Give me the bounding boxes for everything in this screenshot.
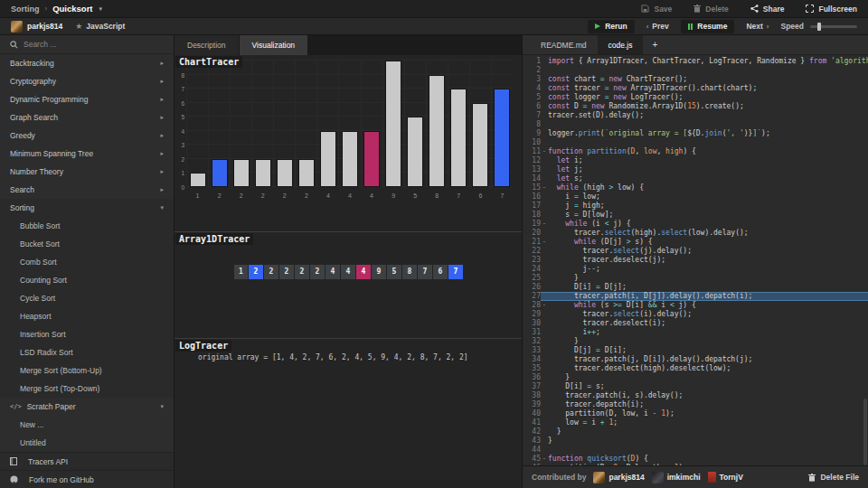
fold-marker[interactable]: - [541,455,548,464]
sidebar-item-new[interactable]: New ... [0,416,174,434]
tab-description[interactable]: Description [175,35,239,55]
code-line[interactable]: 45-function quicksort(D) { [523,455,868,464]
sidebar-item-number-theory[interactable]: Number Theory▸ [0,163,174,181]
sidebar-item-search[interactable]: Search▸ [0,181,174,199]
sidebar-item-insertion-sort[interactable]: Insertion Sort [0,325,174,343]
sidebar-item-greedy[interactable]: Greedy▸ [0,127,174,145]
prev-button[interactable]: ‹ Prev [646,22,669,31]
resume-button[interactable]: Resume [681,20,735,33]
code-line[interactable]: 4const tracer = new Array1DTracer().char… [523,84,868,93]
code-line[interactable]: 37 D[i] = s; [523,382,868,391]
code-line[interactable]: 18 s = D[low]; [523,211,868,220]
fold-marker[interactable]: - [541,220,548,229]
code-line[interactable]: 12 let i; [523,156,868,165]
code-line[interactable]: 3const chart = new ChartTracer(); [523,75,868,84]
code-line[interactable]: 39 tracer.depatch(i); [523,400,868,409]
code-line[interactable]: 27 tracer.patch(i, D[j]).delay().depatch… [523,292,868,301]
code-line[interactable]: 24 j--; [523,265,868,274]
sidebar-item-dynamic-programming[interactable]: Dynamic Programming▸ [0,90,174,108]
add-file-button[interactable]: + [643,35,666,54]
sidebar-item-cryptography[interactable]: Cryptography▸ [0,72,174,90]
fullscreen-button[interactable]: Fullscreen [806,5,857,14]
code-line[interactable]: 23 tracer.deselect(j); [523,256,868,265]
code-line[interactable]: 29 tracer.select(i).delay(); [523,310,868,319]
code-line[interactable]: 21- while (D[j] > s) { [523,238,868,247]
code-line[interactable]: 11-function partition(D, low, high) { [523,147,868,156]
rerun-button[interactable]: Rerun [588,20,635,33]
sidebar-item-counting-sort[interactable]: Counting Sort [0,271,174,289]
sidebar-item-merge-sort-bottom-up[interactable]: Merge Sort (Bottom-Up) [0,361,174,380]
sidebar-item-sorting[interactable]: Sorting▾ [0,199,174,217]
code-line[interactable]: 9logger.print(`original array = [${D.joi… [523,129,868,138]
speed-slider[interactable] [810,25,857,28]
sidebar-item-fork-me-on-github[interactable]: Fork me on GitHub [0,470,174,488]
code-line[interactable]: 42 } [523,427,868,436]
code-line[interactable]: 10 [523,138,868,147]
code-line[interactable]: 8 [523,120,868,129]
fold-marker[interactable]: - [541,238,548,247]
sidebar-item-tracers-api[interactable]: Tracers API [0,452,174,470]
code-editor[interactable]: 1import { Array1DTracer, ChartTracer, Lo… [523,55,868,465]
sidebar-item-lsd-radix-sort[interactable]: LSD Radix Sort [0,343,174,361]
code-line[interactable]: 30 tracer.deselect(i); [523,319,868,328]
code-line[interactable]: 28- while (s >= D[i] && i < j) { [523,301,868,310]
code-line[interactable]: 22 tracer.select(j).delay(); [523,247,868,256]
language-label[interactable]: JavaScript [86,22,125,31]
sidebar-item-untitled[interactable]: Untitled [0,434,174,452]
fold-marker[interactable]: - [541,183,548,192]
editor-scrollbar[interactable] [863,399,867,465]
contributor-name[interactable]: parkjs814 [609,473,644,482]
sidebar-item-comb-sort[interactable]: Comb Sort [0,253,174,271]
code-line[interactable]: 32 } [523,337,868,346]
tab-readme[interactable]: README.md [530,35,598,54]
breadcrumb[interactable]: Sorting › Quicksort ▾ [11,4,102,14]
fold-marker[interactable]: - [541,301,548,310]
speed-slider-handle[interactable] [817,23,821,31]
code-line[interactable]: 5const logger = new LogTracer(); [523,93,868,102]
code-line[interactable]: 2 [523,66,868,75]
share-button[interactable]: Share [750,5,785,14]
code-line[interactable]: 44 [523,446,868,455]
code-line[interactable]: 15- while (high > low) { [523,183,868,192]
sidebar-item-heapsort[interactable]: Heapsort [0,307,174,325]
tab-code-js[interactable]: code.js [598,35,644,54]
code-line[interactable]: 19- while (i < j) { [523,220,868,229]
code-line[interactable]: 25 } [523,274,868,283]
code-line[interactable]: 33 D[j] = D[i]; [523,346,868,355]
code-line[interactable]: 31 i++; [523,328,868,337]
code-line[interactable]: 38 tracer.patch(i, s).delay(); [523,391,868,400]
sidebar-item-bubble-sort[interactable]: Bubble Sort [0,217,174,235]
tab-visualization[interactable]: Visualization [240,35,308,55]
code-line[interactable]: 43} [523,436,868,446]
code-line[interactable]: 41 low = i + 1; [523,418,868,427]
code-line[interactable]: 6const D = new Randomize.Array1D(15).cre… [523,102,868,111]
contributor-name[interactable]: imkimchi [667,473,701,482]
sidebar-item-bucket-sort[interactable]: Bucket Sort [0,235,174,253]
code-line[interactable]: 7tracer.set(D).delay(); [523,111,868,120]
code-line[interactable]: 13 let j; [523,165,868,174]
fold-marker [541,66,548,75]
save-button[interactable]: Save [641,5,672,14]
code-line[interactable]: 35 tracer.deselect(high).deselect(low); [523,364,868,373]
code-line[interactable]: 40 partition(D, low, i - 1); [523,409,868,418]
code-line[interactable]: 16 i = low; [523,192,868,202]
sidebar-item-minimum-spanning-tree[interactable]: Minimum Spanning Tree▸ [0,145,174,163]
code-line[interactable]: 14 let s; [523,174,868,183]
sidebar-item-backtracking[interactable]: Backtracking▸ [0,54,174,72]
search-input[interactable] [24,40,141,49]
sidebar-item-scratch-paper[interactable]: </>Scratch Paper▾ [0,398,174,416]
code-line[interactable]: 26 D[i] = D[j]; [523,283,868,292]
delete-file-button[interactable]: Delete File [808,473,859,482]
code-line[interactable]: 17 j = high; [523,202,868,211]
code-line[interactable]: 34 tracer.patch(j, D[i]).delay().depatch… [523,355,868,364]
code-line[interactable]: 36 } [523,373,868,382]
sidebar-item-graph-search[interactable]: Graph Search▸ [0,108,174,127]
sidebar-item-merge-sort-top-down[interactable]: Merge Sort (Top-Down) [0,380,174,398]
contributor-name[interactable]: TornjV [720,473,743,482]
sidebar-item-cycle-sort[interactable]: Cycle Sort [0,289,174,307]
delete-button[interactable]: Delete [693,5,729,14]
next-button[interactable]: Next › [746,22,769,31]
fold-marker[interactable]: - [541,147,548,156]
code-line[interactable]: 1import { Array1DTracer, ChartTracer, Lo… [523,57,868,66]
code-line[interactable]: 20 tracer.select(high).select(low).delay… [523,229,868,238]
